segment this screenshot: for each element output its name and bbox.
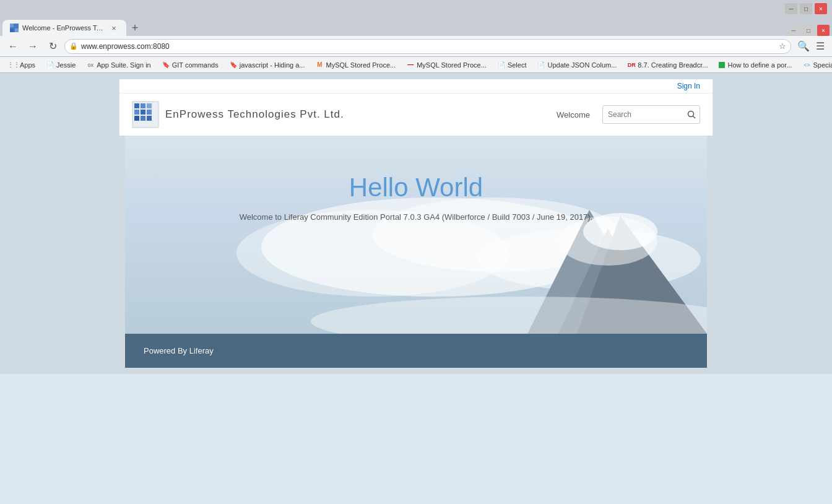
minimize-button[interactable]: ─ <box>785 3 797 14</box>
bookmark-js[interactable]: 🔖 javascript - Hiding a... <box>225 60 310 70</box>
mysql2-icon: — <box>407 61 414 69</box>
svg-rect-3 <box>15 28 19 32</box>
bookmark-json-label: Update JSON Colum... <box>547 61 617 69</box>
bookmark-port[interactable]: How to define a por... <box>714 60 797 70</box>
address-input[interactable] <box>64 39 791 54</box>
bookmark-json[interactable]: 📄 Update JSON Colum... <box>532 60 622 70</box>
footer-text: Powered By Liferay <box>144 346 214 355</box>
header-right: Welcome <box>557 105 700 124</box>
ox-icon: ox <box>87 61 94 69</box>
bookmark-oxapp-label: App Suite. Sign in <box>97 61 150 69</box>
back-button[interactable]: ← <box>5 38 21 54</box>
svg-rect-9 <box>141 110 145 115</box>
bookmark-git[interactable]: 🔖 GIT commands <box>157 60 223 70</box>
star-icon[interactable]: ☆ <box>779 41 786 51</box>
page-icon: 📄 <box>46 61 54 69</box>
maximize-button2[interactable]: □ <box>802 25 815 36</box>
bookmark-select[interactable]: 📄 Select <box>493 60 532 70</box>
search-box <box>602 105 700 124</box>
svg-rect-10 <box>147 110 152 115</box>
bookmark-oxapp[interactable]: ox App Suite. Sign in <box>82 60 155 70</box>
bookmark-apps[interactable]: ⋮⋮ Apps <box>5 60 40 70</box>
site-title: EnProwess Technologies Pvt. Ltd. <box>165 108 344 121</box>
svg-point-14 <box>688 111 694 117</box>
js-icon: 🔖 <box>230 61 237 69</box>
zoom-icon[interactable]: 🔍 <box>795 40 812 52</box>
sign-in-bar: Sign In <box>119 79 713 93</box>
bookmark-apps-label: Apps <box>20 61 35 69</box>
svg-rect-6 <box>141 103 145 108</box>
address-container: 🔒 ☆ <box>64 39 791 54</box>
bookmark-special-label: Special Variable Refe... <box>813 61 832 69</box>
minimize-button2[interactable]: ─ <box>787 25 800 36</box>
tab-favicon <box>10 24 19 32</box>
svg-line-15 <box>693 116 696 119</box>
svg-rect-2 <box>10 28 14 32</box>
svg-point-18 <box>236 210 509 297</box>
close-button2[interactable]: × <box>817 25 830 36</box>
select-icon: 📄 <box>498 61 505 69</box>
reload-button[interactable]: ↻ <box>45 38 61 54</box>
close-button[interactable]: × <box>815 3 827 14</box>
hero-subtitle: Welcome to Liferay Community Edition Por… <box>125 212 707 222</box>
logo-svg <box>132 101 159 128</box>
bookmark-breadcrumb-label: 8.7. Creating Breadcr... <box>638 61 708 69</box>
svg-rect-8 <box>134 110 139 115</box>
site-footer: Powered By Liferay <box>125 334 707 368</box>
tab-title: Welcome - EnProwess Te... <box>22 24 105 32</box>
bookmarks-bar: ⋮⋮ Apps 📄 Jessie ox App Suite. Sign in 🔖… <box>0 57 832 73</box>
git-icon: 🔖 <box>162 61 170 69</box>
mysql1-icon: M <box>316 61 323 69</box>
port-icon <box>719 62 725 68</box>
site-wrapper: Sign In <box>119 79 713 136</box>
search-button[interactable] <box>683 106 700 123</box>
svg-rect-11 <box>134 116 139 121</box>
sign-in-link[interactable]: Sign In <box>677 82 700 90</box>
svg-rect-12 <box>141 116 145 121</box>
svg-rect-13 <box>147 116 152 121</box>
site-header: EnProwess Technologies Pvt. Ltd. Welcome <box>119 93 713 136</box>
address-bar: ← → ↻ 🔒 ☆ 🔍 ☰ <box>0 36 832 57</box>
tab-bar: Welcome - EnProwess Te... × + ─ □ × <box>0 17 832 36</box>
forward-button[interactable]: → <box>25 38 41 54</box>
breadcrumb-icon: DR <box>628 61 635 69</box>
bookmark-mysql2-label: MySQL Stored Proce... <box>417 61 487 69</box>
hero-title: Hello World <box>125 173 707 202</box>
bookmark-js-label: javascript - Hiding a... <box>240 61 305 69</box>
special-icon: <> <box>803 61 810 69</box>
svg-rect-5 <box>134 103 139 108</box>
settings-icon[interactable]: ☰ <box>813 40 827 52</box>
welcome-link[interactable]: Welcome <box>557 110 590 119</box>
search-input[interactable] <box>603 110 683 119</box>
lock-icon: 🔒 <box>69 42 78 50</box>
svg-rect-1 <box>15 24 19 27</box>
bookmark-jessie-label: Jessie <box>56 61 76 69</box>
bookmark-jessie[interactable]: 📄 Jessie <box>41 60 80 70</box>
bookmark-breadcrumb[interactable]: DR 8.7. Creating Breadcr... <box>623 60 713 70</box>
window-controls: ─ □ × <box>785 3 827 14</box>
bookmark-mysql2[interactable]: — MySQL Stored Proce... <box>402 60 492 70</box>
apps-icon: ⋮⋮ <box>10 61 17 69</box>
bookmark-mysql1-label: MySQL Stored Proce... <box>326 61 396 69</box>
json-icon: 📄 <box>537 61 545 69</box>
bookmark-git-label: GIT commands <box>172 61 219 69</box>
active-tab[interactable]: Welcome - EnProwess Te... × <box>2 20 126 36</box>
search-icon <box>687 110 696 119</box>
site-logo[interactable] <box>132 101 159 128</box>
bookmark-select-label: Select <box>508 61 527 69</box>
new-tab-button[interactable]: + <box>126 20 144 36</box>
tab-close-icon[interactable]: × <box>109 23 119 33</box>
svg-point-25 <box>311 297 707 334</box>
svg-rect-0 <box>10 24 14 27</box>
bookmark-mysql1[interactable]: M MySQL Stored Proce... <box>311 60 401 70</box>
svg-point-24 <box>558 216 657 266</box>
hero-content: Hello World Welcome to Liferay Community… <box>125 136 707 222</box>
maximize-button[interactable]: □ <box>800 3 812 14</box>
bookmark-special[interactable]: <> Special Variable Refe... <box>798 60 832 70</box>
title-bar: ─ □ × <box>0 0 832 17</box>
logo-area: EnProwess Technologies Pvt. Ltd. <box>132 101 344 128</box>
bookmark-port-label: How to define a por... <box>727 61 792 69</box>
svg-rect-7 <box>147 103 152 108</box>
hero-section: Hello World Welcome to Liferay Community… <box>125 136 707 334</box>
